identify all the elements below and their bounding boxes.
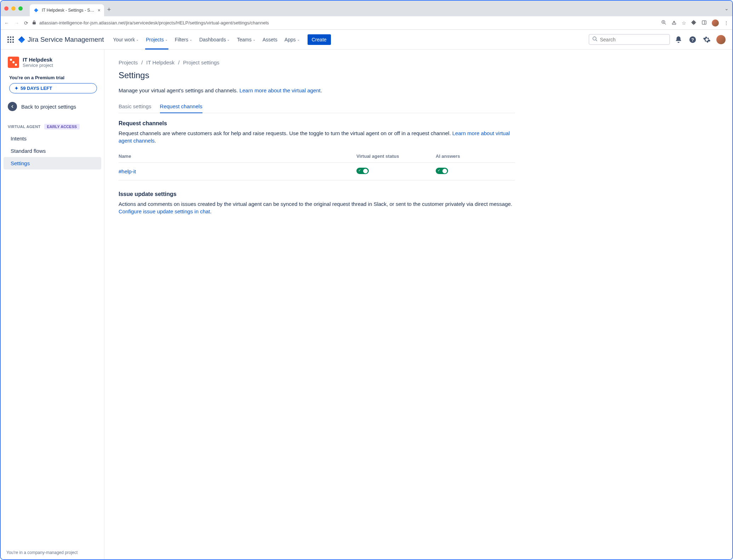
tab-title: IT Helpdesk - Settings - Servic bbox=[42, 8, 95, 13]
nav-item-assets[interactable]: Assets bbox=[260, 30, 280, 50]
nav-item-teams[interactable]: Teams⌄ bbox=[234, 30, 258, 50]
sidebar-item-standard-flows[interactable]: Standard flows bbox=[4, 145, 101, 157]
nav-label: Your work bbox=[113, 37, 135, 42]
chrome-menu-icon[interactable]: ⋮ bbox=[724, 20, 729, 26]
lock-icon bbox=[32, 20, 36, 26]
trial-days-label: 59 DAYS LEFT bbox=[21, 86, 52, 91]
breadcrumb-item[interactable]: Project settings bbox=[183, 59, 219, 65]
chevron-down-icon: ⌄ bbox=[189, 37, 192, 41]
column-header: Virtual agent status bbox=[356, 151, 436, 163]
virtual-agent-status-toggle[interactable] bbox=[356, 168, 369, 174]
trial-days-button[interactable]: ✦ 59 DAYS LEFT bbox=[9, 83, 97, 93]
page-description: Manage your virtual agent's settings and… bbox=[119, 87, 515, 93]
column-header: AI answers bbox=[436, 151, 515, 163]
nav-label: Filters bbox=[175, 37, 188, 42]
page-description-text: Manage your virtual agent's settings and… bbox=[119, 87, 239, 93]
nav-item-dashboards[interactable]: Dashboards⌄ bbox=[196, 30, 233, 50]
nav-label: Apps bbox=[285, 37, 296, 42]
page-title: Settings bbox=[119, 70, 515, 80]
nav-item-filters[interactable]: Filters⌄ bbox=[172, 30, 195, 50]
new-tab-button[interactable]: + bbox=[104, 5, 114, 15]
chevron-down-icon: ⌄ bbox=[227, 37, 230, 41]
browser-tab-strip: IT Helpdesk - Settings - Servic × + ⌄ bbox=[1, 1, 732, 16]
nav-label: Teams bbox=[237, 37, 251, 42]
issue-desc-text: Actions and comments on issues created b… bbox=[119, 201, 512, 207]
forward-icon: → bbox=[14, 20, 19, 26]
profile-avatar[interactable] bbox=[712, 19, 719, 27]
svg-line-9 bbox=[596, 40, 597, 41]
tab-request-channels[interactable]: Request channels bbox=[160, 100, 202, 113]
help-icon[interactable]: ? bbox=[687, 34, 698, 45]
close-tab-icon[interactable]: × bbox=[98, 7, 101, 13]
address-bar: ← → ⟳ atlassian-intelligence-for-jsm.atl… bbox=[1, 16, 732, 30]
jira-favicon bbox=[33, 7, 39, 13]
channel-name-link[interactable]: #help-it bbox=[119, 168, 136, 174]
breadcrumb-item[interactable]: Projects bbox=[119, 59, 138, 65]
tab-basic-settings[interactable]: Basic settings bbox=[119, 100, 151, 113]
create-button[interactable]: Create bbox=[308, 34, 331, 45]
chevron-down-icon: ⌄ bbox=[136, 37, 139, 41]
nav-label: Projects bbox=[146, 37, 164, 42]
trial-text: You're on a Premium trial bbox=[1, 71, 104, 83]
issue-link-text: Configure issue update settings in chat bbox=[119, 208, 210, 214]
chevron-down-icon: ⌄ bbox=[165, 37, 168, 41]
maximize-window[interactable] bbox=[18, 6, 23, 11]
svg-text:?: ? bbox=[691, 37, 694, 42]
learn-more-virtual-agent-link[interactable]: Learn more about the virtual agent bbox=[239, 87, 320, 93]
minimize-window[interactable] bbox=[11, 6, 16, 11]
user-avatar[interactable] bbox=[715, 34, 727, 45]
nav-item-projects[interactable]: Projects⌄ bbox=[143, 30, 171, 50]
ai-answers-toggle[interactable] bbox=[436, 168, 448, 174]
channels-desc-text: Request channels are where customers ask… bbox=[119, 130, 452, 136]
sidebar-item-intents[interactable]: Intents bbox=[4, 132, 101, 145]
configure-issue-update-link[interactable]: Configure issue update settings in chat bbox=[119, 208, 210, 214]
project-type: Service project bbox=[23, 63, 53, 68]
top-navigation: Jira Service Management Your work⌄Projec… bbox=[1, 30, 732, 50]
tabs-dropdown-icon[interactable]: ⌄ bbox=[725, 6, 729, 11]
svg-rect-0 bbox=[33, 22, 36, 24]
chevron-down-icon: ⌄ bbox=[297, 37, 300, 41]
back-label: Back to project settings bbox=[21, 104, 76, 110]
sidebar-footer: You're in a company-managed project bbox=[1, 546, 104, 559]
svg-rect-6 bbox=[702, 21, 706, 24]
app-switcher-icon[interactable] bbox=[6, 35, 15, 44]
search-box[interactable] bbox=[589, 34, 670, 45]
back-icon[interactable]: ← bbox=[4, 20, 9, 26]
extensions-icon[interactable] bbox=[691, 20, 697, 26]
channels-table: NameVirtual agent statusAI answers #help… bbox=[119, 151, 515, 180]
zoom-icon[interactable] bbox=[661, 20, 666, 26]
chevron-down-icon: ⌄ bbox=[253, 37, 256, 41]
url-field[interactable]: atlassian-intelligence-for-jsm.atlassian… bbox=[32, 20, 658, 26]
window-controls bbox=[4, 6, 23, 11]
sidebar-item-settings[interactable]: Settings bbox=[4, 157, 101, 169]
breadcrumb-item[interactable]: IT Helpdesk bbox=[146, 59, 174, 65]
nav-item-apps[interactable]: Apps⌄ bbox=[282, 30, 303, 50]
search-input[interactable] bbox=[600, 37, 666, 42]
settings-icon[interactable] bbox=[701, 34, 712, 45]
nav-item-your-work[interactable]: Your work⌄ bbox=[110, 30, 142, 50]
svg-point-8 bbox=[593, 37, 596, 40]
sidebar-section-label: VIRTUAL AGENT bbox=[8, 125, 41, 129]
nav-label: Dashboards bbox=[199, 37, 226, 42]
browser-tab[interactable]: IT Helpdesk - Settings - Servic × bbox=[30, 4, 104, 16]
learn-more-link-text: Learn more about the virtual agent bbox=[239, 87, 320, 93]
reload-icon[interactable]: ⟳ bbox=[24, 20, 28, 26]
request-channels-description: Request channels are where customers ask… bbox=[119, 129, 515, 144]
table-row: #help-it bbox=[119, 163, 515, 180]
brand-text: Jira Service Management bbox=[28, 36, 104, 44]
close-window[interactable] bbox=[4, 6, 8, 11]
url-text: atlassian-intelligence-for-jsm.atlassian… bbox=[39, 20, 269, 25]
issue-update-heading: Issue update settings bbox=[119, 191, 515, 197]
notifications-icon[interactable] bbox=[673, 34, 684, 45]
sidebar: IT Helpdesk Service project You're on a … bbox=[1, 50, 104, 559]
svg-line-2 bbox=[664, 23, 666, 24]
sparkle-icon: ✦ bbox=[15, 86, 18, 91]
back-to-project-settings[interactable]: Back to project settings bbox=[1, 98, 104, 115]
side-panel-icon[interactable] bbox=[701, 20, 707, 26]
breadcrumb: Projects/IT Helpdesk/Project settings bbox=[119, 59, 515, 65]
bookmark-icon[interactable]: ☆ bbox=[682, 20, 686, 26]
share-icon[interactable] bbox=[671, 20, 677, 26]
request-channels-heading: Request channels bbox=[119, 120, 515, 127]
early-access-badge: EARLY ACCESS bbox=[44, 124, 80, 129]
product-brand[interactable]: Jira Service Management bbox=[18, 36, 104, 44]
